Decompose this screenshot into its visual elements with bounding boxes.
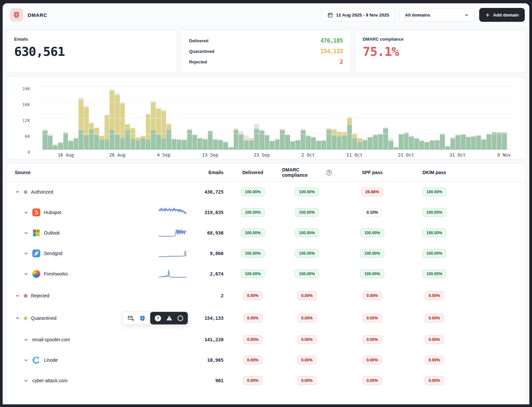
stacked-bar[interactable] <box>48 134 53 150</box>
table-row[interactable]: cyber-attack.com 901 0.00% 0.00% 0.00% 0… <box>7 370 525 391</box>
stacked-bar[interactable] <box>363 139 368 150</box>
stacked-bar[interactable] <box>63 132 68 150</box>
add-domain-button[interactable]: Add domain <box>479 8 525 22</box>
stacked-bar[interactable] <box>254 124 259 150</box>
row-expand-chevron-icon[interactable] <box>23 378 29 383</box>
stacked-bar[interactable] <box>445 146 450 150</box>
row-expand-chevron-icon[interactable] <box>23 230 29 236</box>
row-expand-chevron-icon[interactable] <box>23 337 29 342</box>
stacked-bar[interactable] <box>326 128 331 150</box>
stacked-bar[interactable] <box>228 147 233 150</box>
stacked-bar[interactable] <box>182 139 187 150</box>
row-expand-chevron-icon[interactable] <box>15 315 20 321</box>
stacked-bar[interactable] <box>94 128 99 150</box>
date-range-picker[interactable]: 12 Aug 2025 - 9 Nov 2025 <box>322 8 395 21</box>
stacked-bar[interactable] <box>177 139 182 150</box>
stacked-bar[interactable] <box>497 132 502 150</box>
stacked-bar[interactable] <box>388 138 393 150</box>
help-icon[interactable]: ? <box>155 315 161 321</box>
stacked-bar[interactable] <box>218 139 223 150</box>
stacked-bar[interactable] <box>89 123 94 150</box>
stacked-bar[interactable] <box>120 103 125 150</box>
stacked-bar[interactable] <box>471 136 476 150</box>
stacked-bar[interactable] <box>161 110 166 150</box>
stacked-bar[interactable] <box>187 129 192 150</box>
stacked-bar[interactable] <box>79 98 83 150</box>
stacked-bar[interactable] <box>486 134 491 150</box>
stacked-bar[interactable] <box>259 130 264 150</box>
shield-icon[interactable] <box>139 315 146 321</box>
stacked-bar[interactable] <box>455 134 460 150</box>
stacked-bar[interactable] <box>461 134 466 150</box>
stacked-bar[interactable] <box>414 138 419 150</box>
stacked-bar[interactable] <box>342 132 347 150</box>
stacked-bar[interactable] <box>306 135 311 150</box>
stacked-bar[interactable] <box>249 138 254 150</box>
stacked-bar[interactable] <box>357 138 362 150</box>
stacked-bar[interactable] <box>74 137 79 150</box>
stacked-bar[interactable] <box>234 128 239 150</box>
row-expand-chevron-icon[interactable] <box>23 357 29 363</box>
row-expand-chevron-icon[interactable] <box>15 293 20 298</box>
row-expand-chevron-icon[interactable] <box>23 271 29 277</box>
stacked-bar[interactable] <box>208 130 213 150</box>
stacked-bar[interactable] <box>476 135 481 150</box>
circle-icon[interactable] <box>178 315 183 321</box>
stacked-bar[interactable] <box>502 132 507 150</box>
stacked-bar[interactable] <box>275 138 280 150</box>
stacked-bar[interactable] <box>285 134 290 150</box>
stacked-bar[interactable] <box>492 132 497 150</box>
stacked-bar[interactable] <box>156 108 161 150</box>
stacked-bar[interactable] <box>223 141 228 150</box>
stacked-bar[interactable] <box>450 137 455 150</box>
stacked-bar[interactable] <box>130 128 135 150</box>
stacked-bar[interactable] <box>197 137 202 150</box>
table-row[interactable]: Outlook 68,936 100.00% 100.00% 100.00% 1… <box>7 223 525 243</box>
stacked-bar[interactable] <box>337 131 342 150</box>
stacked-bar[interactable] <box>316 140 321 150</box>
stacked-bar[interactable] <box>440 133 445 150</box>
stacked-bar[interactable] <box>394 147 399 150</box>
table-row[interactable]: Authorized 436,725 100.00% 100.00% 26.88… <box>7 182 525 202</box>
stacked-bar[interactable] <box>58 142 63 150</box>
row-expand-chevron-icon[interactable] <box>23 251 29 256</box>
stacked-bar[interactable] <box>265 134 270 150</box>
stacked-bar[interactable] <box>373 134 378 150</box>
table-row[interactable]: email-spoofer.com 141,220 0.00% 0.00% 0.… <box>7 329 525 350</box>
table-row[interactable]: 0.00% 0.00% 0.00% 0.00% <box>7 399 525 404</box>
table-row[interactable]: Linode 10,965 0.00% 0.00% 0.00% 0.00% <box>7 350 525 370</box>
stacked-bar[interactable] <box>141 136 146 150</box>
stacked-bar[interactable] <box>213 139 218 150</box>
stacked-bar[interactable] <box>280 129 285 150</box>
stacked-bar[interactable] <box>430 140 435 150</box>
stacked-bar[interactable] <box>53 144 58 150</box>
stacked-bar[interactable] <box>347 117 352 150</box>
stacked-bar[interactable] <box>301 129 306 150</box>
stacked-bar[interactable] <box>295 140 300 150</box>
stacked-bar[interactable] <box>383 128 388 150</box>
stacked-bar[interactable] <box>311 137 316 150</box>
stacked-bar[interactable] <box>378 134 383 150</box>
stacked-bar[interactable] <box>424 142 429 150</box>
stacked-bar[interactable] <box>481 139 486 150</box>
warning-icon[interactable] <box>166 315 173 321</box>
stacked-bar[interactable] <box>125 124 130 150</box>
stacked-bar[interactable] <box>404 132 409 150</box>
stacked-bar[interactable] <box>352 133 357 150</box>
stacked-bar[interactable] <box>399 133 404 150</box>
domain-filter-select[interactable]: All domains <box>399 8 475 21</box>
stacked-bar[interactable] <box>368 137 373 150</box>
table-row[interactable]: Rejected 2 0.00% 0.00% 0.00% 0.00% <box>7 285 525 306</box>
stacked-bar[interactable] <box>68 140 73 150</box>
stacked-bar[interactable] <box>244 135 249 150</box>
row-expand-chevron-icon[interactable] <box>23 210 29 215</box>
stacked-bar[interactable] <box>110 90 115 150</box>
stacked-bar[interactable] <box>151 101 156 150</box>
table-row[interactable]: Freshworks 2,674 100.00% 100.00% 100.00%… <box>7 264 525 284</box>
table-row[interactable]: Quarantined 154,133 0.00% 0.00% 0.00% 0.… <box>7 308 525 328</box>
stacked-bar[interactable] <box>172 138 177 150</box>
stacked-bar[interactable] <box>419 140 424 150</box>
stacked-bar[interactable] <box>105 115 110 150</box>
stacked-bar[interactable] <box>270 141 275 150</box>
mail-forward-icon[interactable] <box>127 315 134 321</box>
